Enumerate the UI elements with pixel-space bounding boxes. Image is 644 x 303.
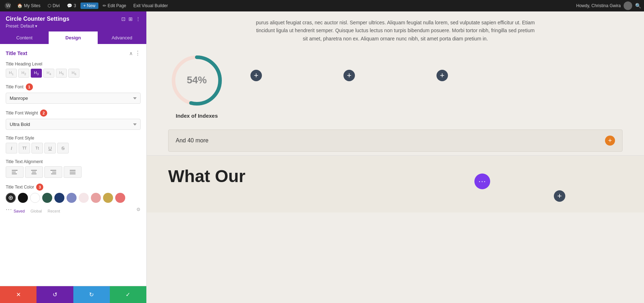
badge-1: 1 xyxy=(26,83,33,91)
svg-rect-6 xyxy=(32,172,36,172)
undo-button[interactable]: ↺ xyxy=(36,286,73,303)
new-button[interactable]: + New xyxy=(80,3,98,9)
h1-button[interactable]: H1 xyxy=(6,69,17,78)
title-text-alignment-group: Title Text Alignment xyxy=(6,159,141,178)
strikethrough-button[interactable]: S xyxy=(57,143,69,153)
and-more-plus-button[interactable]: + xyxy=(605,136,615,146)
svg-text:54%: 54% xyxy=(187,74,207,85)
svg-rect-11 xyxy=(70,170,75,171)
color-swatch-gold[interactable] xyxy=(103,193,113,203)
section-collapse-icon[interactable]: ∧ xyxy=(129,50,133,56)
h6-button[interactable]: H6 xyxy=(68,69,79,78)
svg-rect-4 xyxy=(12,174,17,174)
edit-page-link[interactable]: ✏ Edit Page xyxy=(100,3,129,9)
svg-rect-13 xyxy=(70,174,75,174)
counter-label: Index of Indexes xyxy=(176,113,218,119)
color-swatch-navy[interactable] xyxy=(54,193,64,203)
body-text-section: purus aliquet feugiat cras, nec auctor n… xyxy=(234,11,556,48)
h2-button[interactable]: H2 xyxy=(18,69,29,78)
h5-button[interactable]: H5 xyxy=(56,69,67,78)
svg-text:W: W xyxy=(6,3,11,8)
title-font-select[interactable]: Manrope xyxy=(6,93,141,104)
collapse-icon[interactable]: ⊡ xyxy=(121,16,126,22)
svg-rect-7 xyxy=(31,174,36,174)
admin-bar-right: Howdy, Christina Gwira 🔍 xyxy=(576,1,641,10)
uppercase-button[interactable]: TT xyxy=(19,143,30,153)
redo-button[interactable]: ↻ xyxy=(73,286,110,303)
search-icon[interactable]: 🔍 xyxy=(635,3,641,9)
section-title: Title Text xyxy=(6,50,27,56)
section-more-icon[interactable]: ⋮ xyxy=(135,50,141,57)
color-swatch-black[interactable] xyxy=(18,193,28,203)
add-button-2[interactable]: + xyxy=(343,70,355,81)
main-layout: Circle Counter Settings ⊡ ⊞ ⋮ Preset: De… xyxy=(0,11,644,303)
more-menu-icon[interactable]: ⋮ xyxy=(136,16,141,22)
color-swatch-pink[interactable] xyxy=(91,193,101,203)
comment-count[interactable]: 💬 3 xyxy=(64,3,79,9)
align-buttons xyxy=(6,166,141,178)
align-justify-button[interactable] xyxy=(64,166,82,178)
global-label[interactable]: Global xyxy=(30,209,42,213)
color-swatch-white[interactable] xyxy=(30,193,40,203)
align-right-button[interactable] xyxy=(44,166,62,178)
h3-button[interactable]: H3 xyxy=(31,69,42,78)
pencil-icon: ✏ xyxy=(103,3,106,8)
italic-button[interactable]: I xyxy=(6,143,17,153)
cancel-button[interactable]: ✕ xyxy=(0,286,36,303)
tab-advanced[interactable]: Advanced xyxy=(98,31,146,44)
color-swatch-pink-light[interactable] xyxy=(79,193,89,203)
section-controls: ∧ ⋮ xyxy=(129,50,141,57)
color-labels: Saved Global Recent xyxy=(12,209,60,213)
badge-3: 3 xyxy=(36,184,43,191)
panel-content: Title Text ∧ ⋮ Title Heading Level H1 H2… xyxy=(0,44,146,286)
color-picker-button[interactable] xyxy=(6,193,16,203)
h4-button[interactable]: H4 xyxy=(43,69,54,78)
svg-rect-3 xyxy=(12,172,16,172)
color-swatch-red[interactable] xyxy=(115,193,125,203)
align-left-button[interactable] xyxy=(6,166,24,178)
color-swatch-green[interactable] xyxy=(42,193,52,203)
saved-label[interactable]: Saved xyxy=(14,209,25,213)
preset-row[interactable]: Preset: Default ▾ xyxy=(6,24,141,29)
exit-visual-builder-link[interactable]: Exit Visual Builder xyxy=(131,3,171,9)
title-font-label: Title Font 1 xyxy=(6,83,141,91)
what-our-heading: What Our xyxy=(168,167,245,186)
add-button-1[interactable]: + xyxy=(250,70,262,81)
recent-label[interactable]: Recent xyxy=(48,209,60,213)
panel-title: Circle Counter Settings xyxy=(6,16,69,22)
align-center-button[interactable] xyxy=(25,166,43,178)
cancel-icon: ✕ xyxy=(16,291,21,298)
bottom-toolbar: ✕ ↺ ↻ ✓ xyxy=(0,286,146,303)
title-text-color-group: Title Text Color 3 xyxy=(6,184,141,213)
circle-svg: 54% xyxy=(168,52,225,109)
color-settings-icon[interactable]: ⚙ xyxy=(136,207,141,212)
undo-icon: ↺ xyxy=(53,291,57,298)
floating-dots-button[interactable]: ··· xyxy=(474,174,490,189)
more-colors-dots[interactable]: ··· xyxy=(6,206,12,213)
section-header: Title Text ∧ ⋮ xyxy=(6,50,141,57)
title-font-weight-select[interactable]: Ultra Bold xyxy=(6,119,141,130)
divi-link[interactable]: ⬡ Divi xyxy=(45,3,63,9)
underline-button[interactable]: U xyxy=(44,143,56,153)
save-button[interactable]: ✓ xyxy=(110,286,146,303)
heading-buttons: H1 H2 H3 H4 H5 H6 xyxy=(6,69,141,78)
add-button-3[interactable]: + xyxy=(436,70,448,81)
chevron-down-icon: ▾ xyxy=(35,24,37,29)
capitalize-button[interactable]: Tt xyxy=(31,143,43,153)
my-sites-link[interactable]: 🏠 My Sites xyxy=(14,3,43,9)
admin-bar: W 🏠 My Sites ⬡ Divi 💬 3 + New ✏ Edit Pag… xyxy=(0,0,644,11)
tab-content[interactable]: Content xyxy=(0,31,49,44)
color-swatch-lavender[interactable] xyxy=(67,193,77,203)
and-more-section: And 40 more + xyxy=(168,129,623,152)
bottom-add-button[interactable]: + xyxy=(554,190,565,202)
heading-level-group: Title Heading Level H1 H2 H3 H4 H5 H6 xyxy=(6,62,141,78)
panel-header-icons: ⊡ ⊞ ⋮ xyxy=(121,16,141,22)
redo-icon: ↻ xyxy=(89,291,94,298)
svg-rect-2 xyxy=(12,170,18,171)
title-font-weight-label: Title Font Weight 2 xyxy=(6,109,141,117)
body-text: purus aliquet feugiat cras, nec auctor n… xyxy=(256,19,535,43)
tab-design[interactable]: Design xyxy=(49,31,97,44)
wp-logo[interactable]: W xyxy=(3,1,13,11)
expand-icon[interactable]: ⊞ xyxy=(128,16,133,22)
svg-rect-8 xyxy=(50,170,56,171)
